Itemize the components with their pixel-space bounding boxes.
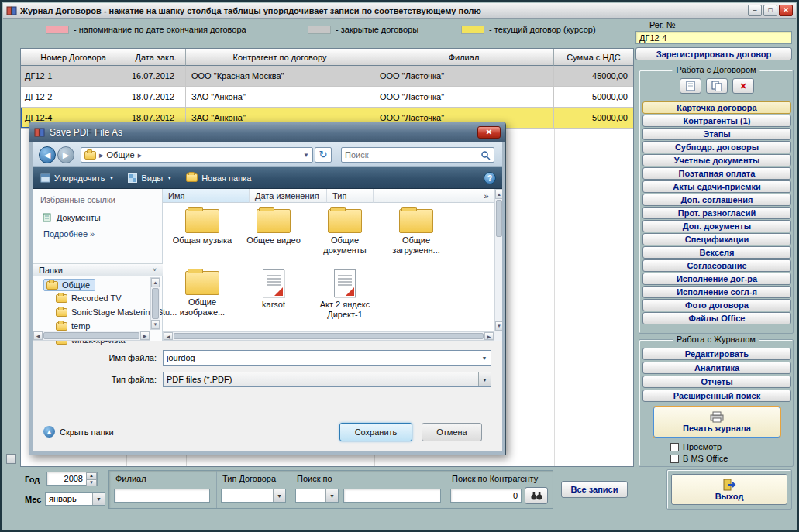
spin-up-icon[interactable]: ▲ [86,472,97,479]
branch-filter-input[interactable] [114,489,210,503]
panel-button-contract-card[interactable]: Карточка договора [642,101,791,114]
table-row-closed[interactable]: ДГ12-1 16.07.2012 ООО "Красная Москва" О… [21,66,633,87]
file-item-pdf[interactable]: Акт 2 яндекс Директ-1 [310,269,380,320]
scroll-left-icon[interactable]: ◀ [164,332,173,340]
list-header-more[interactable]: » [479,189,494,203]
dialog-close-button[interactable]: ✕ [477,126,501,139]
list-vertical-scrollbar[interactable]: ▲ ▼ [494,189,502,331]
search-box[interactable] [341,147,494,163]
reports-button[interactable]: Отчеты [642,376,791,388]
find-contractor-button[interactable] [525,487,548,504]
panel-button-subcontracts[interactable]: Субподр. договоры [642,141,791,153]
all-records-button[interactable]: Все записи [561,481,628,498]
more-link[interactable]: Подробнее » [43,229,95,239]
scroll-down-icon[interactable]: ▼ [151,320,160,329]
panel-button-agreement-execution[interactable]: Исполнение согл-я [642,286,791,298]
chevron-down-icon[interactable]: ▼ [92,493,105,505]
scroll-up-icon[interactable]: ▲ [151,278,160,287]
minimize-button[interactable]: – [748,5,762,16]
panel-button-contractors[interactable]: Контрагенты (1) [642,115,791,127]
file-item-folder[interactable]: Общая музыка [167,209,237,245]
list-header-date-modified[interactable]: Дата изменения [250,189,327,203]
chevron-down-icon[interactable]: ▼ [478,355,491,361]
exit-button[interactable]: Выход [671,474,787,505]
file-item-folder[interactable]: Общие изображе... [167,271,237,317]
column-header-sum[interactable]: Сумма с НДС [554,49,633,66]
copy-document-button[interactable] [706,78,728,94]
chevron-down-icon[interactable]: ▼ [325,489,338,502]
filename-combo[interactable]: ▼ [163,350,491,366]
new-folder-button[interactable]: Новая папка [186,173,251,183]
reg-number-input[interactable] [635,31,792,44]
breadcrumb-folder[interactable]: Общие [107,150,135,160]
list-header-name[interactable]: Имя [163,189,250,203]
scroll-right-icon[interactable]: ▶ [140,331,150,340]
chevron-down-icon[interactable]: ˅ [153,266,157,273]
year-spinner[interactable]: ▲▼ [46,472,98,486]
window-titlebar[interactable]: Журнал Договоров - нажатие на шапку стол… [3,3,796,19]
tree-item-obshchie[interactable]: Общие [43,279,95,291]
register-contract-button[interactable]: Зарегистрировать договор [635,47,792,60]
organize-menu[interactable]: Упорядочить ▼ [40,173,114,183]
search-by-select[interactable]: ▼ [295,489,339,503]
views-menu[interactable]: Виды ▼ [128,173,172,183]
table-row[interactable]: ДГ12-2 18.07.2012 ЗАО "Анкона" ООО "Ласт… [21,87,633,108]
list-header-type[interactable]: Тип [327,189,374,203]
panel-button-contract-photo[interactable]: Фото договора [642,299,791,311]
print-journal-button[interactable]: Печать журнала [653,407,780,438]
maximize-button[interactable]: □ [763,5,777,16]
scroll-thumb[interactable] [152,288,159,319]
search-contractor-input[interactable] [450,489,522,503]
scroll-up-icon[interactable]: ▲ [495,190,502,199]
save-button[interactable]: Сохранить [339,423,412,441]
panel-button-contract-execution[interactable]: Исполнение дог-ра [642,273,791,285]
panel-button-acceptance-acts[interactable]: Акты сдачи-приемки [642,180,791,193]
panel-button-disagreement-protocols[interactable]: Прот. разногласий [642,207,791,219]
column-header-number[interactable]: Номер Договора [21,49,126,66]
analytics-button[interactable]: Аналитика [642,362,791,374]
hide-folders-button[interactable]: ▲ Скрыть папки [43,426,114,438]
breadcrumb-dropdown-icon[interactable]: ▼ [303,152,309,159]
folders-band[interactable]: Папки ˅ [33,263,163,276]
panel-button-accounting-docs[interactable]: Учетные документы [642,154,791,166]
spin-down-icon[interactable]: ▼ [86,479,97,486]
list-horizontal-scrollbar[interactable]: ◀ ▶ [163,331,494,341]
edit-button[interactable]: Редактировать [642,348,791,360]
panel-button-office-files[interactable]: Файлы Office [642,312,791,324]
chevron-down-icon[interactable]: ▼ [478,372,491,386]
filename-input[interactable] [167,353,478,362]
scroll-left-icon[interactable]: ◀ [33,331,43,340]
tree-item-temp[interactable]: temp [56,321,90,331]
new-document-button[interactable] [680,78,701,94]
close-button[interactable]: ✕ [779,5,793,16]
preview-checkbox[interactable]: Просмотр [670,442,722,451]
refresh-button[interactable]: ↻ [315,147,332,163]
table-scroll-corner[interactable] [6,454,16,464]
search-by-input[interactable] [343,489,441,503]
chevron-down-icon[interactable]: ▼ [273,489,285,502]
file-item-pdf[interactable]: karsot [239,269,308,310]
panel-button-promissory-notes[interactable]: Векселя [642,246,791,259]
column-header-contractor[interactable]: Контрагент по договору [186,49,374,66]
panel-button-specifications[interactable]: Спецификации [642,233,791,245]
cancel-button[interactable]: Отмена [422,423,482,441]
file-item-folder[interactable]: Общее видео [239,209,308,245]
search-icon[interactable] [480,150,491,160]
scroll-down-icon[interactable]: ▼ [495,321,502,331]
column-header-date[interactable]: Дата закл. [126,49,186,66]
file-item-folder[interactable]: Общие документы [310,209,380,256]
panel-button-addenda[interactable]: Доп. соглашения [642,194,791,206]
forward-button[interactable]: ▶ [57,146,74,163]
help-button[interactable]: ? [484,172,496,184]
scroll-thumb[interactable] [174,333,484,339]
panel-button-stages[interactable]: Этапы [642,128,791,140]
back-button[interactable]: ◀ [39,146,56,163]
dialog-titlebar[interactable]: Save PDF File As ✕ [29,122,505,142]
panel-button-approval[interactable]: Согласование [642,259,791,272]
scroll-thumb[interactable] [496,200,502,237]
delete-document-button[interactable]: ✕ [732,78,754,94]
breadcrumb[interactable]: ▸ Общие ▸ ▼ [81,147,313,163]
scroll-right-icon[interactable]: ▶ [484,332,494,340]
panel-button-additional-docs[interactable]: Доп. документы [642,220,791,232]
scroll-thumb[interactable] [43,332,139,339]
